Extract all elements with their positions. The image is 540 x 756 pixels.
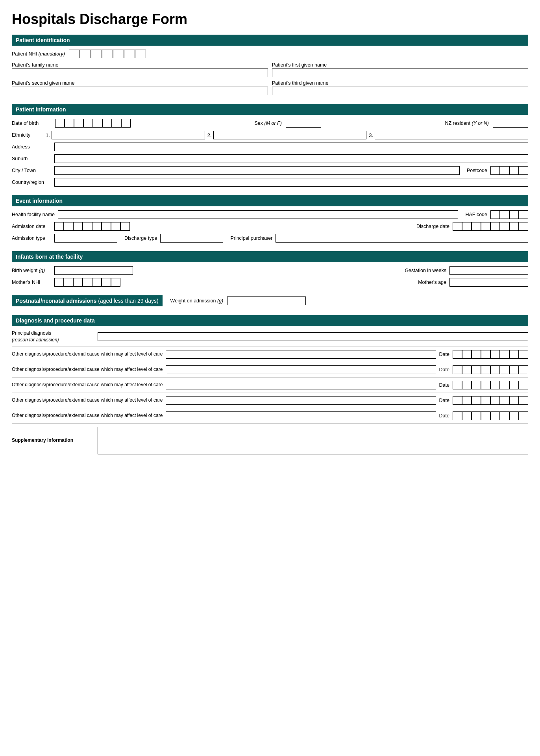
dob-box-5[interactable] [93, 119, 102, 128]
dob-box-6[interactable] [102, 119, 112, 128]
other-diag-input-5[interactable] [166, 411, 436, 420]
other-diag-input-4[interactable] [166, 396, 436, 405]
od2-date-box-1[interactable] [453, 365, 462, 374]
mom-nhi-box-2[interactable] [64, 278, 73, 287]
admission-type-input[interactable] [54, 234, 117, 243]
od1-date-box-7[interactable] [509, 350, 519, 359]
discharge-date-box-6[interactable] [500, 222, 509, 231]
discharge-date-box-1[interactable] [453, 222, 462, 231]
nhi-box-2[interactable] [80, 50, 91, 58]
od5-date-box-4[interactable] [481, 411, 490, 420]
haf-box-4[interactable] [519, 210, 528, 219]
ethnicity-3-input[interactable] [375, 131, 528, 139]
postcode-box-4[interactable] [519, 166, 528, 175]
mom-nhi-box-7[interactable] [111, 278, 120, 287]
od1-date-box-8[interactable] [519, 350, 528, 359]
other-diag-input-3[interactable] [166, 381, 436, 389]
od2-date-box-7[interactable] [509, 365, 519, 374]
discharge-date-box-7[interactable] [509, 222, 519, 231]
od5-date-box-8[interactable] [519, 411, 528, 420]
od3-date-box-4[interactable] [481, 381, 490, 389]
gestation-input[interactable] [449, 266, 528, 275]
admit-date-box-4[interactable] [83, 222, 92, 231]
haf-box-1[interactable] [490, 210, 500, 219]
od1-date-box-3[interactable] [472, 350, 481, 359]
od1-date-box-1[interactable] [453, 350, 462, 359]
dob-box-2[interactable] [65, 119, 74, 128]
mom-nhi-box-1[interactable] [54, 278, 64, 287]
od3-date-box-1[interactable] [453, 381, 462, 389]
nhi-box-6[interactable] [124, 50, 135, 58]
discharge-date-box-8[interactable] [519, 222, 528, 231]
od5-date-box-6[interactable] [500, 411, 509, 420]
admit-date-box-1[interactable] [54, 222, 64, 231]
dob-box-7[interactable] [112, 119, 121, 128]
od4-date-box-3[interactable] [472, 396, 481, 405]
supplementary-input[interactable] [98, 427, 528, 454]
od4-date-box-5[interactable] [490, 396, 500, 405]
principal-purchaser-input[interactable] [276, 234, 528, 243]
discharge-date-box-2[interactable] [462, 222, 472, 231]
dob-box-3[interactable] [74, 119, 83, 128]
od2-date-box-3[interactable] [472, 365, 481, 374]
dob-box-1[interactable] [55, 119, 65, 128]
weight-admission-input[interactable] [227, 296, 306, 305]
second-given-name-input[interactable] [12, 87, 268, 95]
od1-date-box-6[interactable] [500, 350, 509, 359]
od2-date-box-5[interactable] [490, 365, 500, 374]
nhi-box-7[interactable] [135, 50, 146, 58]
nhi-box-1[interactable] [69, 50, 80, 58]
od1-date-box-2[interactable] [462, 350, 472, 359]
od3-date-box-8[interactable] [519, 381, 528, 389]
sex-input[interactable] [286, 119, 321, 128]
discharge-date-box-5[interactable] [490, 222, 500, 231]
first-given-name-input[interactable] [272, 69, 528, 77]
od5-date-box-7[interactable] [509, 411, 519, 420]
principal-diagnosis-input[interactable] [98, 332, 528, 341]
birth-weight-input[interactable] [54, 266, 133, 275]
city-input[interactable] [54, 166, 460, 175]
haf-box-3[interactable] [509, 210, 519, 219]
od4-date-box-6[interactable] [500, 396, 509, 405]
od4-date-box-2[interactable] [462, 396, 472, 405]
haf-box-2[interactable] [500, 210, 509, 219]
od5-date-box-5[interactable] [490, 411, 500, 420]
od2-date-box-4[interactable] [481, 365, 490, 374]
od3-date-box-6[interactable] [500, 381, 509, 389]
discharge-type-input[interactable] [160, 234, 223, 243]
admit-date-box-7[interactable] [111, 222, 120, 231]
ethnicity-1-input[interactable] [52, 131, 205, 139]
od1-date-box-5[interactable] [490, 350, 500, 359]
od3-date-box-3[interactable] [472, 381, 481, 389]
od3-date-box-2[interactable] [462, 381, 472, 389]
od2-date-box-8[interactable] [519, 365, 528, 374]
discharge-date-box-3[interactable] [472, 222, 481, 231]
nhi-box-4[interactable] [102, 50, 113, 58]
od4-date-box-7[interactable] [509, 396, 519, 405]
country-input[interactable] [54, 178, 528, 187]
address-input[interactable] [54, 143, 528, 151]
family-name-input[interactable] [12, 69, 268, 77]
od5-date-box-2[interactable] [462, 411, 472, 420]
mom-nhi-box-6[interactable] [102, 278, 111, 287]
other-diag-input-2[interactable] [166, 365, 436, 374]
od3-date-box-5[interactable] [490, 381, 500, 389]
nhi-box-5[interactable] [113, 50, 124, 58]
od2-date-box-6[interactable] [500, 365, 509, 374]
od1-date-box-4[interactable] [481, 350, 490, 359]
ethnicity-2-input[interactable] [213, 131, 367, 139]
suburb-input[interactable] [54, 154, 528, 163]
od4-date-box-4[interactable] [481, 396, 490, 405]
od5-date-box-1[interactable] [453, 411, 462, 420]
od4-date-box-1[interactable] [453, 396, 462, 405]
third-given-name-input[interactable] [272, 87, 528, 95]
nz-resident-input[interactable] [493, 119, 528, 128]
health-facility-input[interactable] [58, 210, 458, 219]
admit-date-box-5[interactable] [92, 222, 102, 231]
dob-box-8[interactable] [121, 119, 131, 128]
admit-date-box-3[interactable] [73, 222, 83, 231]
nhi-box-3[interactable] [91, 50, 102, 58]
od3-date-box-7[interactable] [509, 381, 519, 389]
other-diag-input-1[interactable] [166, 350, 436, 359]
dob-box-4[interactable] [83, 119, 93, 128]
